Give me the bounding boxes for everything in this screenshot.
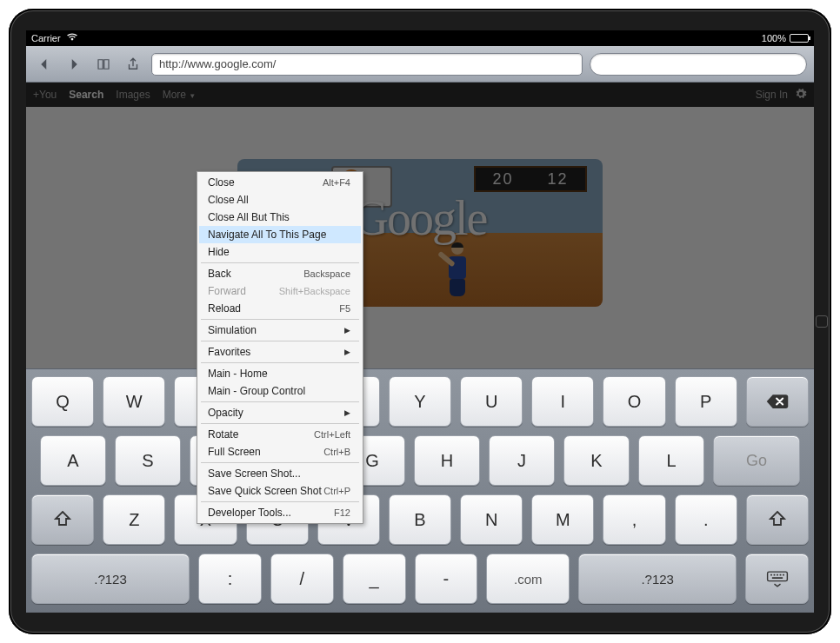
svg-rect-0 — [767, 572, 787, 581]
key-w[interactable]: W — [103, 376, 165, 427]
key-i[interactable]: I — [531, 376, 594, 427]
forward-button[interactable] — [63, 53, 85, 76]
menu-item-navigate-all-to-this-page[interactable]: Navigate All To This Page — [199, 226, 361, 243]
key-o[interactable]: O — [603, 376, 665, 427]
on-screen-keyboard: QWERTYUIOP ASDFGHJKLGo ZXCVBNM,. .?123:/… — [26, 368, 814, 613]
key-s[interactable]: S — [115, 435, 181, 486]
key-h[interactable]: H — [414, 435, 480, 486]
menu-separator — [201, 501, 359, 502]
key-_[interactable]: _ — [343, 554, 406, 604]
menu-separator — [201, 401, 359, 402]
submenu-arrow-icon: ▶ — [344, 326, 350, 335]
menu-separator — [201, 319, 359, 320]
key--[interactable]: - — [415, 554, 478, 604]
menu-item-reload[interactable]: ReloadF5 — [199, 300, 361, 317]
menu-item-full-screen[interactable]: Full ScreenCtrl+B — [199, 443, 361, 461]
hide-keyboard-key[interactable] — [745, 554, 809, 604]
browser-toolbar — [26, 46, 814, 83]
share-button[interactable] — [122, 53, 144, 76]
menu-item-forward: ForwardShift+Backspace — [199, 282, 361, 300]
home-button-icon — [816, 315, 828, 328]
menu-shortcut: Ctrl+B — [323, 447, 350, 457]
search-input[interactable] — [590, 53, 807, 76]
key-m[interactable]: M — [531, 494, 594, 545]
shift-key-right[interactable] — [746, 494, 809, 545]
back-button[interactable] — [33, 53, 56, 76]
menu-shortcut: Backspace — [303, 268, 350, 279]
menu-shortcut: Alt+F4 — [323, 177, 350, 188]
menu-item-rotate[interactable]: RotateCtrl+Left — [199, 426, 361, 443]
ipad-frame: Carrier 100% — [9, 9, 831, 634]
key-n[interactable]: N — [460, 494, 523, 545]
menu-item-simulation[interactable]: Simulation▶ — [199, 322, 361, 339]
menu-item-main-group-control[interactable]: Main - Group Control — [199, 382, 361, 400]
shift-key-left[interactable] — [31, 494, 94, 545]
screen: Carrier 100% — [26, 30, 814, 613]
menu-shortcut: F12 — [334, 507, 350, 518]
key-z[interactable]: Z — [103, 494, 165, 545]
bookmarks-button[interactable] — [92, 53, 115, 76]
menu-shortcut: Ctrl+P — [323, 486, 350, 496]
key-a[interactable]: A — [40, 435, 106, 486]
menu-separator — [201, 362, 359, 363]
battery-percent: 100% — [762, 33, 786, 43]
menu-shortcut: Shift+Backspace — [279, 286, 350, 296]
wifi-icon — [66, 33, 78, 43]
key-p[interactable]: P — [675, 376, 737, 427]
menu-item-back[interactable]: BackBackspace — [199, 265, 361, 282]
menu-item-hide[interactable]: Hide — [199, 243, 361, 261]
go-key[interactable]: Go — [713, 435, 800, 486]
key-/[interactable]: / — [270, 554, 334, 604]
submenu-arrow-icon: ▶ — [344, 348, 350, 356]
menu-separator — [201, 262, 359, 263]
url-input[interactable] — [151, 53, 583, 76]
menu-item-favorites[interactable]: Favorites▶ — [199, 343, 361, 361]
status-bar: Carrier 100% — [26, 30, 814, 46]
menu-shortcut: F5 — [339, 303, 350, 314]
battery-icon — [790, 34, 809, 43]
key-u[interactable]: U — [460, 376, 523, 427]
context-menu: CloseAlt+F4Close AllClose All But ThisNa… — [197, 171, 363, 524]
key-k[interactable]: K — [563, 435, 630, 486]
key-.[interactable]: . — [675, 494, 737, 545]
backspace-key[interactable] — [746, 376, 809, 427]
key-y[interactable]: Y — [389, 376, 451, 427]
carrier-label: Carrier — [31, 33, 61, 43]
menu-separator — [201, 341, 359, 341]
menu-item-close-all-but-this[interactable]: Close All But This — [199, 209, 361, 226]
menu-item-save-quick-screen-shot[interactable]: Save Quick Screen ShotCtrl+P — [199, 482, 361, 500]
menu-item-close-all[interactable]: Close All — [199, 191, 361, 209]
menu-separator — [201, 462, 359, 463]
key-j[interactable]: J — [489, 435, 555, 486]
key-q[interactable]: Q — [31, 376, 94, 427]
key-l[interactable]: L — [638, 435, 704, 486]
key-:[interactable]: : — [198, 554, 262, 604]
mode-key-right[interactable]: .?123 — [578, 554, 737, 604]
menu-item-main-home[interactable]: Main - Home — [199, 365, 361, 382]
menu-item-close[interactable]: CloseAlt+F4 — [199, 174, 361, 191]
menu-item-opacity[interactable]: Opacity▶ — [199, 404, 361, 421]
menu-separator — [201, 423, 359, 424]
key-b[interactable]: B — [389, 494, 451, 545]
mode-key-left[interactable]: .?123 — [31, 554, 190, 604]
menu-item-developer-tools[interactable]: Developer Tools...F12 — [199, 504, 361, 521]
submenu-arrow-icon: ▶ — [344, 408, 350, 417]
menu-item-save-screen-shot[interactable]: Save Screen Shot... — [199, 465, 361, 482]
key-,[interactable]: , — [603, 494, 665, 545]
key-.com[interactable]: .com — [486, 554, 570, 604]
menu-shortcut: Ctrl+Left — [314, 429, 350, 440]
